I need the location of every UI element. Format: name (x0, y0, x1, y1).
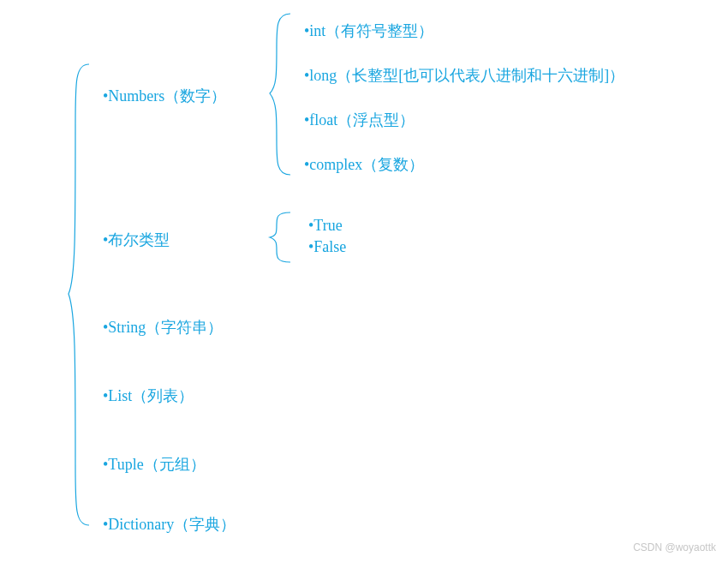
main-item-label: Tuple（元组） (108, 456, 205, 473)
boolean-item-label: True (313, 217, 342, 234)
main-item-list: •List（列表） (103, 386, 194, 406)
boolean-item-true: •True (308, 217, 343, 235)
numbers-item-label: long（长整型[也可以代表八进制和十六进制]） (309, 67, 624, 84)
boolean-item-false: •False (308, 238, 346, 256)
numbers-item-float: •float（浮点型） (304, 110, 415, 130)
main-item-label: List（列表） (108, 387, 194, 404)
main-item-numbers: •Numbers（数字） (103, 86, 226, 106)
main-item-string: •String（字符串） (103, 317, 223, 338)
main-item-tuple: •Tuple（元组） (103, 454, 206, 475)
main-brace (69, 64, 92, 527)
main-item-label: 布尔类型 (108, 231, 170, 248)
numbers-item-label: complex（复数） (309, 156, 424, 173)
numbers-item-int: •int（有符号整型） (304, 21, 433, 41)
main-item-dictionary: •Dictionary（字典） (103, 514, 236, 535)
watermark: CSDN @woyaottk (633, 541, 716, 553)
main-item-label: Dictionary（字典） (108, 516, 236, 533)
main-item-label: String（字符串） (108, 319, 223, 336)
main-item-label: Numbers（数字） (108, 87, 226, 105)
numbers-item-label: int（有符号整型） (309, 22, 433, 39)
boolean-item-label: False (313, 238, 346, 255)
numbers-item-long: •long（长整型[也可以代表八进制和十六进制]） (304, 65, 624, 86)
numbers-item-complex: •complex（复数） (304, 154, 424, 175)
boolean-brace (270, 212, 294, 264)
main-item-boolean: •布尔类型 (103, 230, 170, 250)
numbers-brace (270, 14, 294, 176)
numbers-item-label: float（浮点型） (309, 111, 415, 129)
